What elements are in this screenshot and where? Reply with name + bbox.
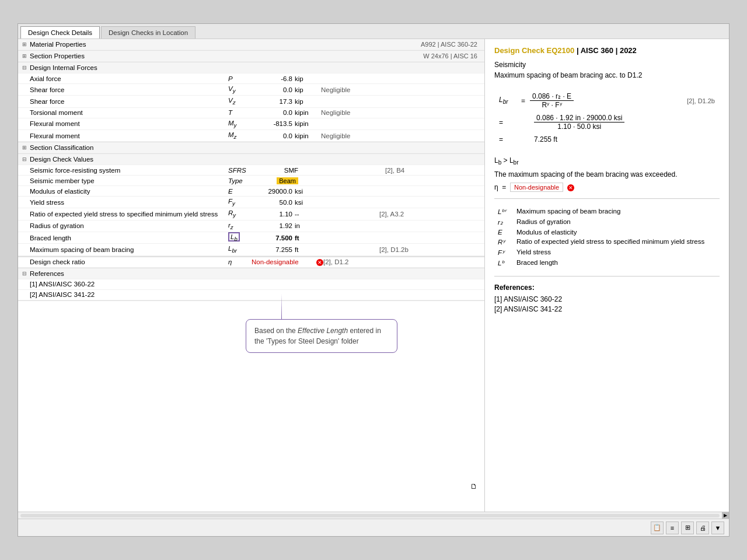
- print-dropdown-btn[interactable]: ▼: [711, 522, 724, 534]
- tooltip-popup: Based on the Effective Length entered in…: [246, 319, 397, 353]
- right-references-list: [1] ANSI/AISC 360-22[2] ANSI/AISC 341-22: [494, 295, 720, 313]
- material-properties-header[interactable]: ⊞ Material Properties A992 | AISC 360-22: [18, 39, 484, 50]
- sfrs-value: SMF: [252, 167, 298, 174]
- shear-vy-symbol: Vy: [228, 85, 252, 94]
- torsional-symbol: T: [228, 109, 252, 116]
- shear-vy-value: 0.0: [252, 86, 292, 93]
- flexural-my-unit: kipin: [295, 120, 321, 127]
- design-internal-forces-section: ⊟ Design Internal Forces Axial force P -…: [18, 62, 484, 142]
- references-section: ⊟ References [1] ANSI/AISC 360-22 [2] AN…: [18, 268, 484, 301]
- formula-denominator: Rʸ · Fʸ: [540, 101, 564, 109]
- design-check-values-header[interactable]: ⊟ Design Check Values: [18, 154, 484, 165]
- table-row: Shear force Vy 0.0 kip Negligible: [18, 84, 484, 96]
- max-spacing-label: Maximum spacing of beam bracing: [30, 246, 228, 253]
- table-icon-btn[interactable]: ⊞: [681, 522, 694, 534]
- flexural-mz-note: Negligible: [321, 132, 379, 139]
- section-properties-label: Section Properties: [30, 52, 85, 60]
- legend-sym: Rʸ: [495, 237, 513, 247]
- expand-check-values-icon[interactable]: ⊟: [20, 155, 29, 163]
- copy-icon-btn[interactable]: 📋: [651, 522, 664, 534]
- non-designable-badge: Non-designable: [510, 183, 563, 192]
- expand-section-icon[interactable]: ⊞: [20, 52, 29, 60]
- legend-table: LᵇʳMaximum spacing of beam bracingr₂Radi…: [494, 206, 720, 269]
- shear-vy-note: Negligible: [321, 86, 379, 93]
- legend-desc: Modulus of elasticity: [514, 228, 718, 236]
- yield-stress-symbol: Fy: [228, 198, 252, 206]
- legend-row: EModulus of elasticity: [495, 228, 718, 236]
- ry-unit: --: [295, 211, 321, 218]
- elasticity-label: Modulus of elasticity: [30, 188, 228, 195]
- design-internal-forces-label: Design Internal Forces: [30, 64, 97, 71]
- tab-design-checks-location[interactable]: Design Checks in Location: [101, 26, 196, 38]
- ry-label: Ratio of expected yield stress to specif…: [30, 211, 228, 218]
- shear-vy-unit: kip: [295, 86, 321, 93]
- legend-sym: Fʸ: [495, 248, 513, 257]
- shear-vy-label: Shear force: [30, 86, 228, 93]
- header-spec-line2: W 24x76 | AISC 16: [423, 52, 482, 60]
- table-row: Yield stress Fy 50.0 ksi: [18, 197, 484, 208]
- formula-eq-space: =: [499, 118, 534, 127]
- scroll-right-arrow[interactable]: ▶: [722, 512, 729, 519]
- legend-desc: Yield stress: [514, 248, 718, 257]
- list-icon-btn[interactable]: ≡: [666, 522, 679, 534]
- section-classification-header[interactable]: ⊞ Section Classification: [18, 142, 484, 153]
- list-item: [2] ANSI/AISC 341-22: [18, 290, 484, 300]
- eta-line: η = Non-designable ✕: [494, 183, 720, 191]
- section-properties-header[interactable]: ⊞ Section Properties W 24x76 | AISC 16: [18, 51, 484, 62]
- design-check-ratio-row: Design check ratio η Non-designable ✕ [2…: [18, 257, 484, 268]
- max-spacing-ref: [2], D1.2b: [379, 246, 426, 253]
- right-panel-title: Design Check EQ2100 | AISC 360 | 2022: [494, 46, 720, 55]
- flexural-my-symbol: My: [228, 120, 252, 128]
- yield-stress-value: 50.0: [252, 199, 292, 206]
- gyration-unit: in: [295, 222, 321, 229]
- legend-sym: r₂: [495, 218, 513, 227]
- design-internal-forces-header[interactable]: ⊟ Design Internal Forces: [18, 62, 484, 74]
- expand-references-icon[interactable]: ⊟: [20, 270, 29, 278]
- design-check-ratio-symbol: η: [228, 258, 252, 265]
- material-properties-label: Material Properties: [30, 41, 86, 48]
- shear-vz-symbol: Vz: [228, 97, 252, 106]
- table-row: Modulus of elasticity E 29000.0 ksi: [18, 186, 484, 197]
- expand-material-icon[interactable]: ⊞: [20, 40, 29, 48]
- formula-eq-1: =: [521, 97, 525, 105]
- references-header[interactable]: ⊟ References: [18, 268, 484, 279]
- legend-row: FʸYield stress: [495, 248, 718, 257]
- max-spacing-unit: ft: [295, 246, 321, 253]
- flexural-my-value: -813.5: [252, 120, 292, 127]
- table-row: Seismic member type Type Beam: [18, 176, 484, 186]
- ref-1: [1] ANSI/AISC 360-22: [30, 281, 95, 288]
- tooltip-text1: Based on the: [254, 327, 298, 335]
- section-classification-section: ⊞ Section Classification: [18, 142, 484, 154]
- expand-forces-icon[interactable]: ⊟: [20, 64, 29, 72]
- torsional-label: Torsional moment: [30, 109, 228, 116]
- shear-vz-value: 17.3: [252, 98, 292, 105]
- right-error-circle-icon: ✕: [567, 184, 574, 191]
- sfrs-symbol: SFRS: [228, 167, 252, 174]
- horizontal-scrollbar[interactable]: [20, 514, 720, 517]
- formula-line-3: = 7.255 ft: [499, 135, 715, 144]
- expand-classification-icon[interactable]: ⊞: [20, 144, 29, 152]
- formula-lbr-sym: Lbr: [499, 96, 516, 105]
- table-row: Radius of gyration rz 1.92 in: [18, 220, 484, 232]
- left-panel: ⊞ Material Properties A992 | AISC 360-22…: [18, 39, 485, 512]
- formula-numerator: 0.086 · r₂ · E: [530, 92, 574, 101]
- legend-row: LᵇBraced length: [495, 258, 718, 268]
- title-bold-part: Design Check EQ2100: [494, 46, 574, 55]
- legend-row: LᵇʳMaximum spacing of beam bracing: [495, 207, 718, 216]
- print-icon-btn[interactable]: 🖨: [696, 522, 709, 534]
- references-header-right: References:: [494, 284, 720, 292]
- tab-design-check-details[interactable]: Design Check Details: [20, 26, 100, 38]
- page-icon: 🗋: [470, 482, 477, 491]
- axial-force-symbol: P: [228, 75, 252, 82]
- flexural-mz-unit: kipin: [295, 132, 321, 139]
- max-spacing-value: 7.255: [252, 246, 292, 253]
- calc-denominator: 1.10 · 50.0 ksi: [555, 123, 603, 131]
- table-row: Axial force P -6.8 kip: [18, 74, 484, 84]
- design-check-ratio-err: ✕: [315, 258, 323, 266]
- elasticity-value: 29000.0: [252, 188, 292, 195]
- design-check-ratio-ref: [2], D1.2: [323, 258, 370, 265]
- right-description: Maximum spacing of beam bracing acc. to …: [494, 71, 720, 79]
- member-type-label: Seismic member type: [30, 177, 228, 184]
- axial-force-unit: kip: [295, 75, 321, 82]
- legend-sym: Lᵇʳ: [495, 207, 513, 216]
